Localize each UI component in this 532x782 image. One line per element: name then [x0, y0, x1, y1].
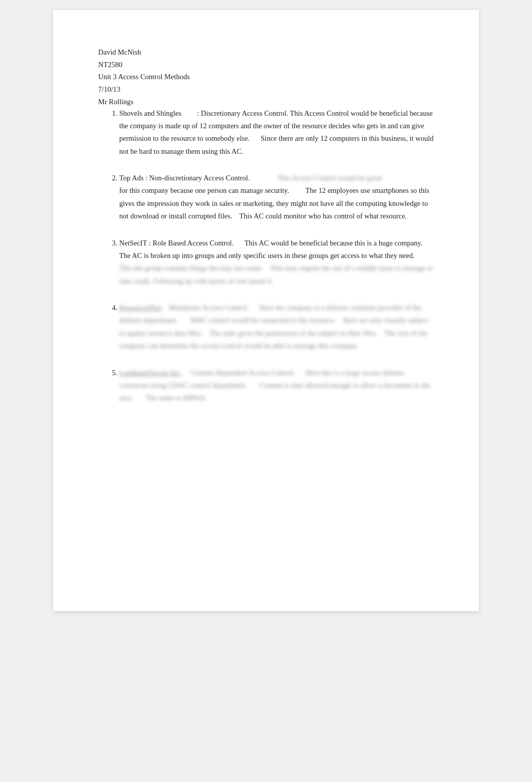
author-line: David McNish [98, 46, 434, 59]
date-line: 7/10/13 [98, 83, 434, 96]
company-name: Top Ads [119, 174, 144, 182]
document-header: David McNish NT2580 Unit 3 Access Contro… [98, 46, 434, 96]
spacer [183, 107, 195, 120]
item-text-after: for this company because one person can … [119, 186, 429, 220]
blurred-block: This the group contains things the may n… [119, 262, 434, 288]
list-item: NetSecIT : Role Based Access Control. Th… [119, 237, 434, 288]
items-list: Shovels and Shingles : Discretionary Acc… [114, 107, 434, 405]
company-name: NetSecIT [119, 239, 147, 247]
course-line: NT2580 [98, 59, 434, 71]
blurred-text-block: ResourcesPlus Mandatory Access Control. … [119, 302, 434, 353]
company-name: Shovels and Shingles [119, 109, 181, 117]
spacer [251, 172, 276, 184]
unit-line: Unit 3 Access Control Methods [98, 71, 434, 83]
item-intro: : Non-discretionary Access Control. [145, 174, 250, 182]
list-item-blurred-2: LandmarkSecure Inc. Content Dependent Ac… [119, 367, 434, 405]
document-page: David McNish NT2580 Unit 3 Access Contro… [53, 10, 479, 611]
list-item: Shovels and Shingles : Discretionary Acc… [119, 107, 434, 158]
list-item: Top Ads : Non-discretionary Access Contr… [119, 172, 434, 223]
blurred-text: This Access Control would be good [278, 174, 381, 182]
recipient-line: Mr Rollings [98, 98, 434, 106]
list-item-blurred: ResourcesPlus Mandatory Access Control. … [119, 302, 434, 353]
blurred-text-block-2: LandmarkSecure Inc. Content Dependent Ac… [119, 367, 434, 405]
item-intro: : Role Based Access Control. [149, 239, 234, 247]
